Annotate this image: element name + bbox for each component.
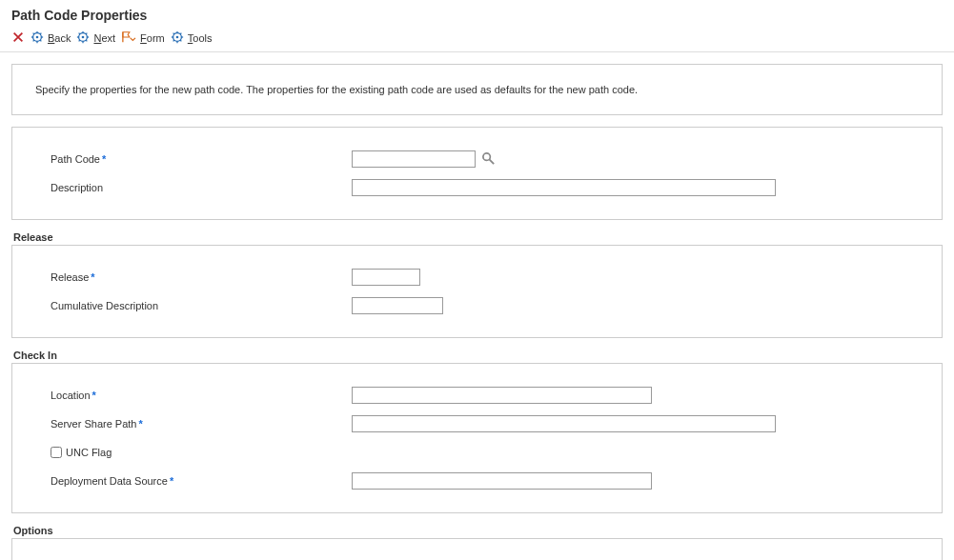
svg-line-16 (79, 33, 80, 34)
path-code-input[interactable] (352, 150, 476, 168)
svg-line-27 (180, 40, 181, 41)
svg-line-17 (87, 40, 88, 41)
release-input[interactable] (352, 269, 420, 286)
svg-point-1 (36, 36, 39, 39)
svg-line-6 (33, 33, 34, 34)
tools-button[interactable]: Tools (171, 30, 213, 46)
path-code-label: Path Code* (39, 153, 352, 165)
release-section-title: Release (13, 231, 954, 243)
toolbar: Back Next Form Tools (0, 27, 954, 52)
svg-line-31 (489, 159, 494, 164)
flag-icon (121, 30, 136, 46)
share-path-label: Server Share Path* (39, 418, 352, 430)
unc-flag-label: UNC Flag (66, 447, 112, 458)
gear-icon (171, 30, 184, 46)
intro-panel: Specify the properties for the new path … (11, 64, 943, 115)
top-section: Path Code* Description (11, 127, 943, 220)
description-input[interactable] (352, 179, 776, 196)
options-section-title: Options (13, 525, 954, 536)
back-button[interactable]: Back (30, 30, 71, 46)
svg-line-29 (180, 33, 181, 34)
search-icon[interactable] (481, 151, 496, 168)
options-section: Status Code -- Select One -- Merge Optio… (11, 538, 943, 560)
unc-flag-checkbox[interactable] (51, 447, 62, 458)
gear-icon (76, 30, 90, 46)
next-label: Next (93, 32, 115, 44)
svg-point-30 (483, 152, 491, 160)
svg-line-19 (87, 33, 88, 34)
release-label: Release* (39, 271, 352, 283)
svg-line-8 (33, 40, 34, 41)
form-button[interactable]: Form (121, 30, 165, 46)
svg-line-9 (40, 33, 41, 34)
form-label: Form (140, 32, 165, 44)
deploy-ds-label: Deployment Data Source* (39, 475, 352, 487)
svg-point-21 (175, 36, 178, 39)
svg-line-7 (40, 40, 41, 41)
svg-line-18 (79, 40, 80, 41)
next-button[interactable]: Next (76, 30, 115, 46)
checkin-section-title: Check In (13, 350, 954, 361)
close-button[interactable] (11, 30, 25, 46)
deploy-ds-input[interactable] (352, 472, 652, 490)
tools-label: Tools (188, 32, 213, 44)
cum-desc-label: Cumulative Description (39, 300, 352, 311)
location-input[interactable] (352, 387, 652, 404)
cum-desc-input[interactable] (352, 297, 443, 314)
svg-line-26 (173, 33, 173, 34)
release-section: Release* Cumulative Description (11, 245, 943, 338)
svg-line-28 (173, 40, 173, 41)
gear-icon (30, 30, 44, 46)
intro-text: Specify the properties for the new path … (35, 84, 638, 95)
checkin-section: Location* Server Share Path* UNC Flag De… (11, 363, 943, 513)
description-label: Description (39, 182, 352, 193)
svg-point-11 (82, 36, 85, 39)
close-icon (11, 30, 25, 46)
page-title: Path Code Properties (0, 0, 954, 27)
share-path-input[interactable] (352, 415, 776, 432)
location-label: Location* (39, 390, 352, 401)
back-label: Back (48, 32, 71, 44)
